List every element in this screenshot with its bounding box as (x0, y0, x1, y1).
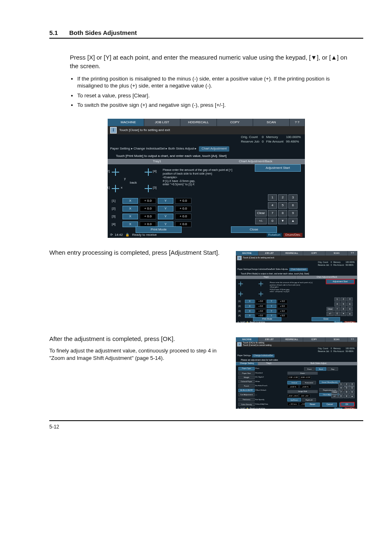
keypad-8[interactable]: 8 (278, 210, 287, 216)
instruction-item: If the printing position is misaligned t… (77, 75, 353, 90)
updown-button[interactable]: Up/Down (287, 398, 301, 401)
tab-machine[interactable]: MACHINE (108, 119, 144, 126)
instruction-list: If the printing position is misaligned t… (70, 75, 353, 109)
drum-indicator: Drum/Dev. (284, 233, 302, 237)
step3-text: After the adjustment is completed, press… (49, 335, 230, 343)
keypad-4[interactable]: 4 (268, 202, 277, 209)
tab-gap[interactable]: Gap (327, 367, 338, 371)
keypad-3[interactable]: 3 (288, 194, 297, 201)
keypad-clear[interactable]: Clear (255, 210, 267, 216)
vertical-button[interactable]: Vertical (287, 381, 301, 384)
cancel-button[interactable]: Cancel (322, 403, 337, 407)
keypad-6[interactable]: 6 (288, 202, 297, 209)
diagram-instruction: Please enter the amount of the gap of ea… (163, 168, 233, 187)
keypad-0[interactable]: 0 (268, 218, 277, 224)
info-icon: i (110, 127, 117, 134)
horizontal-button[interactable]: Horizontal (302, 381, 316, 384)
rightleft-button[interactable]: RightLeft (302, 398, 316, 401)
hint-message: Touch [Close] to fix setting and exit (119, 128, 170, 133)
panel-chart-label: Chart Adjustment/Back (206, 159, 305, 164)
tab-front[interactable]: Front (304, 367, 315, 371)
ok-highlight (341, 402, 355, 406)
keypad: 1 2 3 4 5 6 Clear 7 8 9 +/- 0 ▼ ▲ (255, 194, 297, 224)
keypad-down[interactable]: ▼ (278, 218, 287, 224)
page-footer: 5-12 (49, 420, 363, 430)
panel-instruction: Touch [Print Mode] to output a chart, an… (108, 152, 305, 159)
keypad-2[interactable]: 2 (278, 194, 287, 201)
instruction-item: To switch the positive sign (+) and nega… (77, 101, 353, 109)
row1-y-button[interactable]: Y (158, 198, 173, 204)
keypad-sign[interactable]: +/- (255, 218, 267, 224)
keypad-9[interactable]: 9 (288, 210, 297, 216)
tab-copy[interactable]: COPY (217, 119, 254, 126)
rotation-indicator: Rotation (267, 233, 282, 237)
row1-x-value: + 0.0 (140, 198, 156, 204)
section-title: Both Sides Adjustment (69, 29, 136, 36)
keypad-up[interactable]: ▲ (288, 218, 297, 224)
step2-text: When entry processing is completed, pres… (49, 249, 230, 257)
tab-back[interactable]: Back (316, 367, 326, 371)
adjustment-start-highlight[interactable]: Adjustment Start (326, 279, 355, 284)
intro-text: Press [X] or [Y] at each point, and ente… (70, 53, 353, 70)
section-number: 5.1 (49, 29, 58, 36)
section-header: 5.1 Both Sides Adjustment (49, 29, 363, 39)
keypad-5[interactable]: 5 (278, 202, 287, 209)
screenshot-chart-adjustment: MACHINE JOB LIST HDD/RECALL COPY SCAN ? … (108, 119, 305, 238)
row1-y-value: + 0.0 (175, 198, 191, 204)
keypad-7[interactable]: 7 (268, 210, 277, 216)
adjustment-start-button[interactable]: Adjustment Start (255, 164, 301, 172)
breadcrumb: Paper Setting ▸ Change IndividualSet ▸ B… (108, 146, 305, 152)
reset-button[interactable]: Reset (305, 403, 320, 407)
screenshot-adjustment-start-highlight: MACHINE JOB LIST HDD/RECALL COPY SCAN ? … (236, 251, 357, 322)
tab-hdd-recall[interactable]: HDD/RECALL (180, 119, 217, 126)
panel-tray-label: Tray1 (108, 159, 206, 164)
screenshot-ok-highlight: MACHINE JOB LIST HDD/RECALL COPY SCAN ? … (236, 337, 357, 409)
help-icon[interactable]: ? ? (290, 119, 305, 126)
row1-x-button[interactable]: X (122, 198, 138, 204)
instruction-item: To reset a value, press [Clear]. (77, 92, 353, 99)
tab-scan[interactable]: SCAN (253, 119, 290, 126)
keypad-1[interactable]: 1 (268, 194, 277, 201)
step3-subtext: To finely adjust the adjustment value, c… (49, 347, 230, 362)
diagram: [1] [2] [3] [4] back x y Please enter th… (112, 168, 238, 194)
tab-job-list[interactable]: JOB LIST (144, 119, 181, 126)
